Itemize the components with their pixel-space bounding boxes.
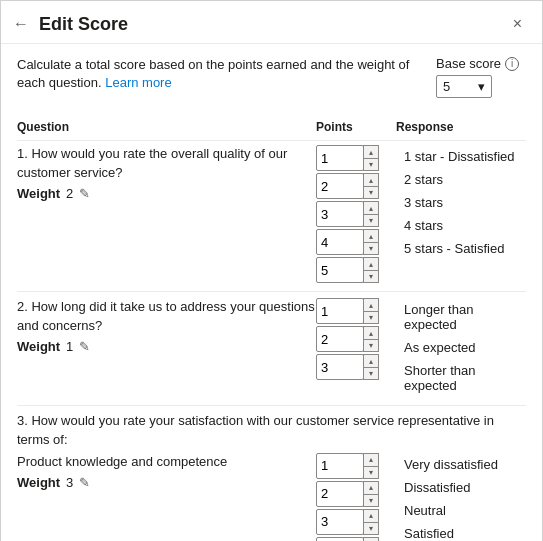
dialog-header: ← Edit Score × [1,1,542,44]
response-text-1-5: 5 stars - Satisfied [396,237,526,260]
spin-up-1-5[interactable]: ▴ [363,257,379,270]
response-text-2-1: Longer than expected [396,298,526,336]
description-block: Calculate a total score based on the poi… [17,56,436,104]
divider-2 [17,405,526,406]
spin-up-2-2[interactable]: ▴ [363,326,379,339]
spin-down-3a-1[interactable]: ▾ [363,466,379,479]
spin-down-2-1[interactable]: ▾ [363,311,379,324]
dialog-body: Calculate a total score based on the poi… [1,44,542,541]
table-header: Question Points Response [17,116,526,141]
points-row-3a-3: ▴▾ [316,509,396,535]
response-col-1: 1 star - Dissatisfied 2 stars 3 stars 4 … [396,145,526,260]
spin-down-2-2[interactable]: ▾ [363,339,379,352]
points-input-3a-3[interactable] [316,509,364,535]
points-row-1-4: ▴▾ [316,229,396,255]
points-col-1: ▴ ▾ ▴▾ ▴▾ ▴▾ [316,145,396,283]
col-points: Points [316,120,396,134]
points-row-2-2: ▴▾ [316,326,396,352]
spin-down-1-2[interactable]: ▾ [363,186,379,199]
back-button[interactable]: ← [13,13,35,35]
weight-label-2: Weight [17,339,60,354]
sub-question-text-3a: Product knowledge and competence [17,453,316,471]
points-input-2-2[interactable] [316,326,364,352]
weight-label-1: Weight [17,186,60,201]
points-input-2-3[interactable] [316,354,364,380]
points-input-3a-2[interactable] [316,481,364,507]
spin-up-1-3[interactable]: ▴ [363,201,379,214]
spin-up-2-3[interactable]: ▴ [363,354,379,367]
points-row-2-1: ▴▾ [316,298,396,324]
points-input-1-4[interactable] [316,229,364,255]
points-input-3a-1[interactable] [316,453,364,479]
spin-up-3a-1[interactable]: ▴ [363,453,379,466]
points-input-1-2[interactable] [316,173,364,199]
response-text-2-3: Shorter than expected [396,359,526,397]
weight-value-3a: 3 [66,475,73,490]
response-col-2: Longer than expected As expected Shorter… [396,298,526,397]
points-col-3a: ▴▾ ▴▾ ▴▾ ▴▾ [316,453,396,541]
response-text-3a-3: Neutral [396,499,526,522]
points-input-1-1[interactable] [316,145,364,171]
points-row-3a-4: ▴▾ [316,537,396,541]
sub-question-3a: Product knowledge and competence Weight … [17,453,526,541]
points-input-3a-4[interactable] [316,537,364,541]
question-text-3: 3. How would you rate your satisfaction … [17,412,526,448]
dialog-title: Edit Score [39,14,509,35]
question-section-1: 1. How would you rate the overall qualit… [17,145,526,283]
question-col-2: 2. How long did it take us to address yo… [17,298,316,357]
question-col-1: 1. How would you rate the overall qualit… [17,145,316,204]
spin-up-1-1[interactable]: ▴ [363,145,379,158]
spin-down-2-3[interactable]: ▾ [363,367,379,380]
points-col-2: ▴▾ ▴▾ ▴▾ [316,298,396,380]
spin-up-2-1[interactable]: ▴ [363,298,379,311]
spin-up-1-2[interactable]: ▴ [363,173,379,186]
response-text-3a-1: Very dissatisfied [396,453,526,476]
weight-value-2: 1 [66,339,73,354]
spin-down-3a-2[interactable]: ▾ [363,494,379,507]
points-input-2-1[interactable] [316,298,364,324]
question-section-2: 2. How long did it take us to address yo… [17,298,526,397]
spinner-1-1: ▴ ▾ [363,145,379,171]
spin-down-1-5[interactable]: ▾ [363,270,379,283]
points-input-1-3[interactable] [316,201,364,227]
learn-more-link[interactable]: Learn more [105,75,171,90]
spin-up-1-4[interactable]: ▴ [363,229,379,242]
edit-score-dialog: ← Edit Score × Calculate a total score b… [0,0,543,541]
spin-down-1-4[interactable]: ▾ [363,242,379,255]
points-row-2-3: ▴▾ [316,354,396,380]
weight-label-3a: Weight [17,475,60,490]
response-text-1-2: 2 stars [396,168,526,191]
divider-1 [17,291,526,292]
response-text-1-4: 4 stars [396,214,526,237]
col-question: Question [17,120,316,134]
response-text-1-1: 1 star - Dissatisfied [396,145,526,168]
spin-up-3a-3[interactable]: ▴ [363,509,379,522]
weight-row-3a: Weight 3 ✎ [17,475,316,490]
response-col-3a: Very dissatisfied Dissatisfied Neutral S… [396,453,526,541]
description-text: Calculate a total score based on the poi… [17,56,420,92]
top-section: Calculate a total score based on the poi… [17,56,526,104]
response-text-3a-4: Satisfied [396,522,526,541]
edit-weight-button-2[interactable]: ✎ [79,339,90,354]
response-text-1-3: 3 stars [396,191,526,214]
spin-up-3a-4[interactable]: ▴ [363,537,379,541]
spin-up-3a-2[interactable]: ▴ [363,481,379,494]
base-score-label: Base score i [436,56,519,71]
spin-down-1-1[interactable]: ▾ [363,158,379,171]
points-row-3a-2: ▴▾ [316,481,396,507]
close-button[interactable]: × [509,13,526,35]
spin-down-1-3[interactable]: ▾ [363,214,379,227]
question-section-3: 3. How would you rate your satisfaction … [17,412,526,541]
edit-weight-button-1[interactable]: ✎ [79,186,90,201]
points-input-1-5[interactable] [316,257,364,283]
base-score-block: Base score i 5 ▾ [436,56,526,98]
base-score-select[interactable]: 5 ▾ [436,75,492,98]
info-icon[interactable]: i [505,57,519,71]
response-text-2-2: As expected [396,336,526,359]
points-row-3a-1: ▴▾ [316,453,396,479]
spin-down-3a-3[interactable]: ▾ [363,522,379,535]
weight-row-1: Weight 2 ✎ [17,186,316,201]
col-response: Response [396,120,526,134]
edit-weight-button-3a[interactable]: ✎ [79,475,90,490]
question-text-2: 2. How long did it take us to address yo… [17,298,316,334]
